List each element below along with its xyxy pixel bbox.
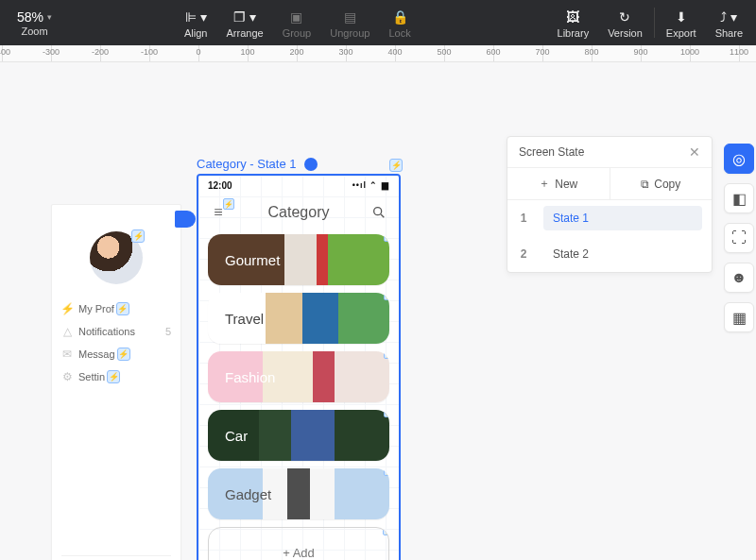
row-label: My Prof — [78, 303, 114, 314]
interaction-badge-icon: ⚡ — [384, 410, 389, 417]
category-card[interactable]: Gadget⚡ — [208, 468, 389, 519]
ruler-tick-label: -400 — [0, 47, 10, 57]
ruler-tick-label: 100 — [240, 47, 254, 57]
arrange-button[interactable]: ❐ ▾ Arrange — [217, 0, 273, 45]
category-card[interactable]: Fashion⚡ — [208, 351, 389, 402]
smiley-icon[interactable]: ☻ — [724, 263, 754, 293]
zoom-value: 58% — [17, 9, 43, 25]
group-icon: ▣ — [290, 8, 302, 26]
export-button[interactable]: ⬇ Export — [657, 0, 706, 45]
export-icon: ⬇ — [676, 8, 687, 26]
category-label: Fashion — [225, 369, 275, 385]
screen-title: Category — [229, 204, 369, 221]
row-label: Settin — [78, 371, 105, 382]
add-category-button[interactable]: + Add⚡ — [208, 527, 389, 560]
ruler-tick-label: 900 — [633, 47, 647, 57]
interaction-badge-icon: ⚡ — [117, 348, 130, 361]
category-label: Gourmet — [225, 252, 280, 268]
search-icon — [371, 205, 387, 220]
interaction-badge-icon: ⚡ — [384, 234, 389, 242]
phone-artboard[interactable]: 12:00 ••ıl ⌃ ▆ ≡⚡ Category Gourmet⚡Trave… — [197, 174, 401, 560]
target-icon[interactable]: ◎ — [724, 144, 754, 174]
artboard-label[interactable]: Category - State 1 — [197, 157, 318, 171]
avatar[interactable]: ⚡ — [90, 231, 143, 284]
version-icon: ↻ — [619, 8, 630, 26]
menu-button[interactable]: ≡⚡ — [208, 202, 229, 223]
ruler-tick-label: 1100 — [730, 47, 748, 57]
cube-icon[interactable]: ◧ — [724, 183, 754, 213]
arrange-icon: ❐ ▾ — [233, 8, 256, 26]
category-card[interactable]: Gourmet⚡ — [208, 234, 389, 285]
sidebar-item[interactable]: ✉Messag⚡ — [61, 343, 171, 365]
row-icon: ✉ — [61, 348, 73, 360]
row-label: Notifications — [78, 326, 135, 337]
category-label: Car — [225, 428, 248, 444]
ruler-tick-label: -200 — [92, 47, 109, 57]
layout-icon[interactable]: ▦ — [724, 302, 754, 332]
horizontal-ruler: -400-300-200-100010020030040050060070080… — [0, 45, 756, 62]
version-button[interactable]: ↻ Version — [598, 0, 652, 45]
share-button[interactable]: ⤴ ▾ Share — [706, 0, 756, 45]
copy-icon: ⧉ — [641, 178, 649, 191]
new-state-button[interactable]: ＋New — [507, 168, 610, 199]
ruler-tick-label: 400 — [387, 47, 402, 57]
interaction-badge-icon: ⚡ — [384, 293, 389, 300]
library-icon: 🖼 — [566, 8, 579, 26]
logout-row[interactable]: ↪ Log o ⚡ — [61, 555, 171, 560]
state-index: 1 — [517, 212, 530, 225]
interaction-badge-icon[interactable]: ⚡ — [389, 159, 403, 172]
ruler-tick-label: 300 — [338, 47, 352, 57]
ungroup-button: ▤ Ungroup — [320, 0, 379, 45]
screen-state-panel: Screen State ✕ ＋New ⧉Copy 1State 12State… — [507, 136, 713, 273]
caret-down-icon: ▾ — [47, 12, 52, 22]
row-icon: ⚡ — [61, 303, 73, 314]
lock-button: 🔒 Lock — [379, 0, 420, 45]
svg-line-1 — [381, 214, 384, 217]
ruler-tick-label: 500 — [437, 47, 451, 57]
category-label: Travel — [225, 311, 264, 327]
state-name: State 2 — [543, 242, 702, 266]
ruler-tick-label: -300 — [43, 47, 60, 57]
interaction-badge-icon: ⚡ — [116, 302, 129, 315]
state-row[interactable]: 1State 1 — [507, 200, 712, 236]
category-card[interactable]: Travel⚡ — [208, 293, 389, 344]
sidebar-item[interactable]: △Notifications5 — [61, 320, 171, 343]
close-button[interactable]: ✕ — [689, 144, 700, 160]
interaction-badge-icon: ⚡ — [384, 351, 389, 359]
nav-bar: ≡⚡ Category — [198, 195, 399, 230]
ruler-tick-label: 800 — [584, 47, 598, 57]
ruler-tick-label: 600 — [486, 47, 500, 57]
ruler-tick-label: 1000 — [680, 47, 699, 57]
sidebar-item[interactable]: ⚡My Prof⚡ — [61, 297, 171, 320]
ruler-tick-label: -100 — [141, 47, 158, 57]
align-button[interactable]: ⊫ ▾ Align — [175, 0, 216, 45]
add-label: + Add — [283, 546, 315, 560]
interaction-badge-icon: ⚡ — [107, 370, 120, 383]
status-time: 12:00 — [208, 180, 232, 191]
gear-icon[interactable] — [304, 158, 318, 171]
ruler-tick-label: 0 — [196, 47, 200, 57]
fullscreen-icon[interactable]: ⛶ — [724, 223, 754, 253]
profile-panel[interactable]: ⚡ ⚡My Prof⚡△Notifications5✉Messag⚡⚙Setti… — [51, 204, 181, 560]
status-bar: 12:00 ••ıl ⌃ ▆ — [198, 176, 399, 195]
row-icon: △ — [61, 326, 73, 337]
top-toolbar: 58%▾ Zoom ⊫ ▾ Align ❐ ▾ Arrange ▣ Group … — [0, 0, 756, 45]
sidebar-item[interactable]: ⚙Settin⚡ — [61, 365, 171, 388]
state-row[interactable]: 2State 2 — [507, 236, 712, 272]
zoom-control[interactable]: 58%▾ Zoom — [0, 0, 61, 45]
state-name: State 1 — [543, 206, 702, 230]
interaction-badge-icon: ⚡ — [223, 198, 234, 210]
share-icon: ⤴ ▾ — [720, 8, 737, 26]
category-card[interactable]: Car⚡ — [208, 410, 389, 461]
panel-link-icon[interactable] — [175, 211, 196, 228]
row-count: 5 — [165, 326, 171, 337]
ruler-tick-label: 200 — [289, 47, 303, 57]
copy-state-button[interactable]: ⧉Copy — [610, 168, 713, 199]
right-icon-rail: ◎◧⛶☻▦ — [722, 136, 756, 332]
row-icon: ⚙ — [61, 371, 73, 382]
canvas[interactable]: Category - State 1 ⚡ ⚡ ⚡My Prof⚡△Notific… — [0, 62, 756, 560]
search-button[interactable] — [369, 202, 389, 223]
library-button[interactable]: 🖼 Library — [548, 0, 599, 45]
interaction-badge-icon: ⚡ — [384, 468, 389, 476]
plus-icon: ＋ — [539, 176, 550, 192]
